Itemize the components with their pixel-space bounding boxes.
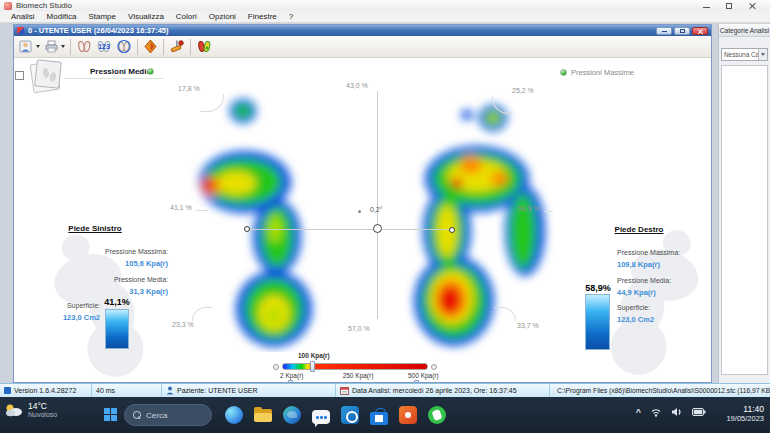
right-cop-marker[interactable] bbox=[449, 227, 455, 233]
percent-mid-left: 41,1 % bbox=[170, 204, 192, 211]
footprints-values-button[interactable]: 123 bbox=[94, 38, 114, 56]
left-cop-marker[interactable] bbox=[244, 226, 250, 232]
print-dropdown-arrow[interactable] bbox=[61, 45, 65, 48]
right-avg-pressure-label: Pressione Media: bbox=[617, 277, 671, 284]
svg-text:123: 123 bbox=[98, 43, 110, 50]
scale-max-label: 500 Kpa(r) bbox=[408, 372, 439, 379]
search-box[interactable]: Cerca bbox=[124, 404, 212, 426]
scale-mid-label: 250 Kpa(r) bbox=[338, 372, 378, 379]
weather-cloud-icon bbox=[4, 402, 24, 418]
menu-colori[interactable]: Colori bbox=[170, 11, 203, 22]
left-avg-pressure-label: Pressione Media: bbox=[40, 276, 168, 283]
start-button[interactable] bbox=[104, 408, 117, 421]
weather-desc: Nuvoloso bbox=[28, 411, 57, 418]
scale-endcap-right[interactable] bbox=[431, 364, 437, 370]
left-load-percent: 41,1% bbox=[100, 297, 134, 307]
patient-icon bbox=[19, 39, 34, 54]
pressure-scale-handle[interactable] bbox=[310, 361, 315, 372]
report-stamp-icon[interactable] bbox=[26, 59, 66, 97]
orange-app-icon[interactable] bbox=[396, 403, 420, 427]
tray-expand-icon[interactable]: ^ bbox=[636, 407, 641, 417]
statusbar-file-segment: C:\Program Files (x86)\BiomechStudio\Ana… bbox=[550, 384, 770, 397]
range-max-label: 500 bbox=[426, 381, 437, 382]
copilot-app-icon[interactable] bbox=[222, 403, 246, 427]
center-cop-marker[interactable] bbox=[373, 224, 382, 233]
left-max-pressure-value: 105,6 Kpa(r) bbox=[40, 259, 168, 268]
range-handle-max[interactable] bbox=[414, 380, 419, 382]
mode-left-led-icon bbox=[147, 68, 154, 75]
scale-min-label: 2 Kpa(r) bbox=[280, 372, 303, 379]
child-close-button[interactable] bbox=[692, 27, 708, 35]
compass-button[interactable] bbox=[141, 38, 160, 56]
statusbar: Version 1.6.4.28272 40 ms Paziente: UTEN… bbox=[0, 383, 770, 397]
percent-top-right: 25,2 % bbox=[512, 87, 534, 94]
menu-finestre[interactable]: Finestre bbox=[242, 11, 283, 22]
taskbar-clock[interactable]: 11:40 19/05/2023 bbox=[726, 404, 764, 424]
child-restore-button[interactable] bbox=[674, 27, 690, 35]
print-button[interactable] bbox=[42, 38, 67, 56]
left-surface-label: Superficie: bbox=[20, 302, 100, 309]
patient-button[interactable] bbox=[17, 38, 42, 56]
footprints-colored-button[interactable] bbox=[194, 38, 214, 56]
clock-date: 19/05/2023 bbox=[726, 414, 764, 424]
percent-bottom-right: 33,7 % bbox=[517, 322, 539, 329]
chat-app-icon[interactable] bbox=[309, 403, 333, 427]
weather-widget[interactable]: 14°C Nuvoloso bbox=[4, 401, 57, 418]
tools-button[interactable] bbox=[167, 38, 187, 56]
statusbar-version-segment: Version 1.6.4.28272 bbox=[0, 384, 92, 397]
file-explorer-app-icon[interactable] bbox=[251, 403, 275, 427]
mode-right-label: Pressioni Massime bbox=[571, 68, 634, 77]
menu-opzioni[interactable]: Opzioni bbox=[203, 11, 242, 22]
right-max-pressure-value: 109,8 Kpa(r) bbox=[617, 260, 660, 269]
patient-dropdown-arrow[interactable] bbox=[36, 45, 40, 48]
range-min-label: 0 bbox=[280, 381, 284, 382]
leader-line-ml bbox=[196, 210, 208, 211]
category-dropdown[interactable]: Nessuna Categor bbox=[721, 48, 768, 61]
statusbar-patient-segment: Paziente: UTENTE USER bbox=[162, 384, 336, 397]
cop-line bbox=[247, 229, 452, 230]
app-logo-icon bbox=[4, 2, 12, 10]
taskbar-apps bbox=[222, 403, 449, 427]
analysis-window-titlebar[interactable]: 0 - UTENTE USER (26/04/2023 16:37:45) bbox=[14, 25, 711, 36]
menu-help[interactable]: ? bbox=[283, 11, 299, 22]
minimize-icon[interactable] bbox=[703, 7, 710, 9]
right-surface-value: 123,0 Cm2 bbox=[617, 315, 654, 324]
window-titlebar: Biomech Studio bbox=[0, 0, 770, 11]
menu-stampe[interactable]: Stampe bbox=[82, 11, 122, 22]
close-icon[interactable] bbox=[748, 2, 756, 10]
analysis-toolbar: 123 bbox=[14, 36, 711, 58]
chevron-down-icon bbox=[761, 53, 765, 56]
photos-app-icon[interactable] bbox=[338, 403, 362, 427]
percent-top-center: 43,0 % bbox=[346, 82, 368, 89]
store-app-icon[interactable] bbox=[367, 403, 391, 427]
scale-endcap-left[interactable] bbox=[273, 364, 279, 370]
left-foot-title: Piede Sinistro bbox=[50, 224, 140, 233]
category-dropdown-button[interactable] bbox=[758, 49, 767, 60]
volume-icon[interactable] bbox=[671, 407, 683, 417]
menu-modifica[interactable]: Modifica bbox=[41, 11, 83, 22]
report-checkbox[interactable] bbox=[15, 71, 24, 80]
menu-analisi[interactable]: Analisi bbox=[5, 11, 41, 22]
right-foot-heatmap[interactable] bbox=[405, 91, 555, 356]
green-app-icon[interactable] bbox=[425, 403, 449, 427]
statusbar-date-segment: Data Analisi: mercoledì 26 aprile 2023, … bbox=[336, 384, 550, 397]
battery-icon[interactable] bbox=[692, 408, 706, 416]
mode-left-label: Pressioni Medie bbox=[90, 67, 151, 76]
categories-list[interactable] bbox=[721, 65, 768, 375]
footprints-rotation-button[interactable] bbox=[114, 38, 134, 56]
footprints-view-button[interactable] bbox=[74, 38, 94, 56]
right-foot-title: Piede Destro bbox=[607, 225, 671, 234]
child-minimize-button[interactable] bbox=[656, 27, 672, 35]
latency-text: 40 ms bbox=[96, 387, 115, 394]
edge-app-icon[interactable] bbox=[280, 403, 304, 427]
wifi-icon[interactable] bbox=[650, 407, 662, 417]
maximize-icon[interactable] bbox=[726, 3, 732, 9]
calendar-icon bbox=[340, 386, 349, 395]
system-tray: ^ bbox=[636, 407, 706, 417]
percent-mid-right: 58,9 % bbox=[518, 205, 540, 212]
percent-top-left: 17,8 % bbox=[178, 85, 200, 92]
categories-panel: Categorie Analisi Nessuna Categor bbox=[718, 24, 770, 383]
pressure-scale-slider[interactable] bbox=[282, 363, 428, 370]
menu-visualizza[interactable]: Visualizza bbox=[122, 11, 170, 22]
range-handle-min[interactable] bbox=[288, 380, 293, 382]
